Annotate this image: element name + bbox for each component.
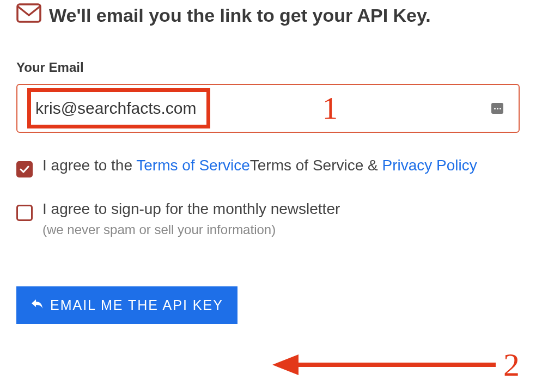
svg-marker-2 [272, 354, 299, 375]
newsletter-text: I agree to sign-up for the monthly newsl… [42, 197, 489, 220]
reply-icon [31, 297, 44, 313]
terms-checkbox[interactable] [16, 161, 33, 177]
email-value: kris@searchfacts.com [35, 99, 197, 118]
newsletter-checkbox-row: I agree to sign-up for the monthly newsl… [16, 197, 520, 221]
annotation-highlight-box: kris@searchfacts.com [27, 88, 210, 128]
svg-rect-0 [17, 4, 40, 22]
privacy-policy-link[interactable]: Privacy Policy [382, 157, 477, 174]
annotation-step-2: 2 [503, 348, 520, 381]
newsletter-checkbox[interactable] [16, 205, 33, 221]
envelope-icon [16, 3, 41, 27]
email-input[interactable]: kris@searchfacts.com 1 [16, 84, 520, 133]
newsletter-subnote: (we never spam or sell your information) [42, 222, 520, 237]
page-heading: We'll email you the link to get your API… [16, 0, 520, 27]
annotation-arrow: 2 [272, 348, 523, 381]
annotation-step-1: 1 [322, 93, 338, 124]
password-manager-icon[interactable] [491, 103, 503, 114]
terms-checkbox-row: I agree to the Terms of ServiceTerms of … [16, 154, 520, 177]
email-api-key-button-label: EMAIL ME THE API KEY [50, 297, 223, 313]
email-label: Your Email [16, 60, 520, 75]
terms-text: I agree to the Terms of ServiceTerms of … [42, 154, 489, 177]
terms-of-service-link[interactable]: Terms of Service [136, 157, 250, 174]
email-api-key-button[interactable]: EMAIL ME THE API KEY [16, 286, 237, 324]
page-heading-text: We'll email you the link to get your API… [49, 5, 431, 26]
